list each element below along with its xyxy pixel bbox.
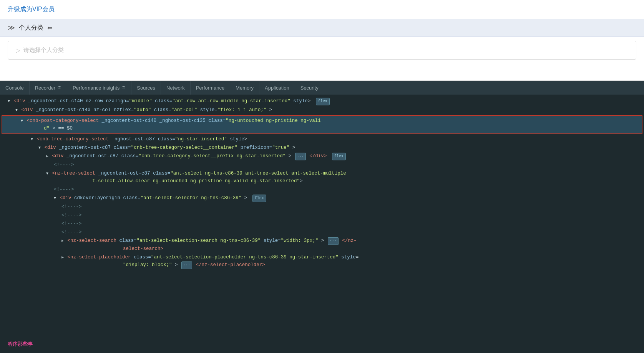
flex-badge-2[interactable]: flex	[332, 153, 346, 160]
tab-sources[interactable]: Sources	[131, 81, 161, 95]
devtools-tabs-bar: Console Recorder ⚗ Performance insights …	[0, 81, 644, 95]
perf-insights-icon: ⚗	[121, 85, 126, 90]
tab-sources-label: Sources	[137, 85, 155, 91]
ellipsis-badge-2[interactable]: ···	[328, 237, 339, 245]
code-line-8: ▼ <nz-tree-select _ngcontent-ost-c87 cla…	[0, 169, 644, 185]
code-line-highlighted: ▼ <cnb-post-category-select _ngcontent-o…	[2, 115, 642, 134]
triangle-icon-8: ▼	[46, 172, 48, 176]
triangle-icon-5: ▼	[38, 146, 41, 150]
tab-console[interactable]: Console	[0, 81, 30, 95]
tab-security[interactable]: Security	[295, 81, 324, 95]
code-line-9: <!---->	[0, 185, 644, 194]
code-line-10: ▼ <div cdkoverlayorigin class="ant-selec…	[0, 194, 644, 203]
triangle-icon-6: ▶	[46, 154, 48, 158]
tab-application-label: Application	[265, 85, 289, 91]
code-line-14: <!---->	[0, 228, 644, 236]
ellipsis-badge-1[interactable]: ···	[295, 153, 306, 160]
tab-network[interactable]: Network	[161, 81, 191, 95]
code-line-11: <!---->	[0, 203, 644, 211]
code-line-12: <!---->	[0, 211, 644, 220]
triangle-icon-2: ▼	[15, 108, 18, 112]
triangle-icon-3: ▼	[21, 119, 23, 123]
tab-recorder-label: Recorder	[35, 85, 55, 91]
refresh-icon[interactable]: ⇐	[47, 24, 52, 32]
triangle-icon-1: ▼	[8, 99, 10, 103]
tab-performance[interactable]: Performance	[191, 81, 230, 95]
code-line-15: ▶ <nz-select-search class="ant-select-se…	[0, 236, 644, 253]
tab-performance-label: Performance	[196, 85, 224, 91]
flex-badge-3[interactable]: flex	[252, 195, 266, 202]
flex-badge-1[interactable]: flex	[316, 98, 330, 105]
code-line-1: ▼ <div _ngcontent-ost-c140 nz-row nzalig…	[0, 97, 644, 106]
code-line-7: <!---->	[0, 161, 644, 169]
category-label: 个人分类	[19, 24, 43, 32]
tab-console-label: Console	[5, 85, 24, 91]
code-line-13: <!---->	[0, 220, 644, 228]
tab-memory[interactable]: Memory	[230, 81, 259, 95]
tab-performance-insights[interactable]: Performance insights ⚗	[67, 81, 131, 95]
triangle-icon-4: ▼	[31, 137, 33, 142]
tab-performance-insights-label: Performance insights	[73, 85, 120, 91]
ellipsis-badge-3[interactable]: ···	[181, 261, 192, 269]
devtools-panel: Console Recorder ⚗ Performance insights …	[0, 81, 644, 353]
folder-icon: ▷	[16, 47, 20, 54]
watermark: 程序那些事	[8, 341, 33, 348]
code-line-16: ▶ <nz-select-placeholder class="ant-sele…	[0, 253, 644, 270]
upgrade-link[interactable]: 升级成为VIP会员	[0, 0, 644, 19]
tab-security-label: Security	[300, 85, 319, 91]
category-input-wrapper[interactable]: ▷ 请选择个人分类	[8, 41, 636, 60]
tab-network-label: Network	[166, 85, 185, 91]
category-section: ≫ 个人分类 ⇐	[0, 19, 644, 37]
code-area[interactable]: ▼ <div _ngcontent-ost-c140 nz-row nzalig…	[0, 95, 644, 353]
code-line-5: ▼ <div _ngcontent-ost-c87 class="cnb-tre…	[0, 143, 644, 152]
code-line-4: ▼ <cnb-tree-category-select _nghost-ost-…	[0, 135, 644, 143]
tab-recorder[interactable]: Recorder ⚗	[30, 81, 67, 95]
triangle-icon-10: ▼	[54, 196, 56, 200]
page-content: 升级成为VIP会员 ≫ 个人分类 ⇐ ▷ 请选择个人分类	[0, 0, 644, 81]
code-line-6: ▶ <div _ngcontent-ost-c87 class="cnb-tre…	[0, 152, 644, 161]
code-line-2: ▼ <div _ngcontent-ost-c140 nz-col nzflex…	[0, 106, 644, 114]
double-chevron-icon: ≫	[8, 23, 15, 32]
category-placeholder-text: 请选择个人分类	[23, 47, 64, 54]
recorder-icon: ⚗	[57, 85, 61, 90]
triangle-icon-15: ▶	[61, 239, 64, 243]
tab-application[interactable]: Application	[259, 81, 295, 95]
tab-memory-label: Memory	[236, 85, 254, 91]
triangle-icon-16: ▶	[61, 255, 64, 260]
